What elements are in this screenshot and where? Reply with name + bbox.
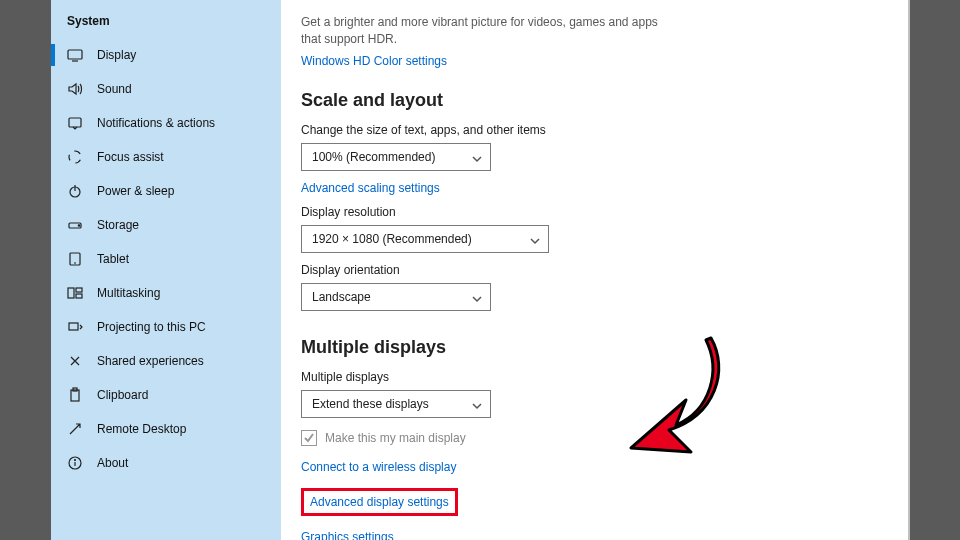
resolution-value: 1920 × 1080 (Recommended) [312,232,472,246]
svg-rect-0 [68,50,82,59]
about-icon [67,455,83,471]
sidebar-item-focus-assist[interactable]: Focus assist [51,140,281,174]
multi-mode-select[interactable]: Extend these displays [301,390,491,418]
multitasking-icon [67,285,83,301]
svg-rect-11 [76,294,82,298]
resolution-label: Display resolution [301,205,885,219]
clipboard-icon [67,387,83,403]
sidebar-item-label: About [97,456,128,470]
orientation-label: Display orientation [301,263,885,277]
projecting-icon [67,319,83,335]
multi-mode-value: Extend these displays [312,397,429,411]
sidebar-item-tablet[interactable]: Tablet [51,242,281,276]
scrollbar[interactable] [908,0,910,540]
sidebar-item-sound[interactable]: Sound [51,72,281,106]
storage-icon [67,217,83,233]
sidebar-item-label: Remote Desktop [97,422,186,436]
sidebar-item-label: Notifications & actions [97,116,215,130]
sidebar-item-projecting[interactable]: Projecting to this PC [51,310,281,344]
advanced-scaling-link[interactable]: Advanced scaling settings [301,181,440,195]
sidebar: System Display Sound Notifications & act… [51,0,281,540]
text-size-select[interactable]: 100% (Recommended) [301,143,491,171]
sidebar-item-label: Shared experiences [97,354,204,368]
hd-color-link[interactable]: Windows HD Color settings [301,54,447,68]
sidebar-item-label: Power & sleep [97,184,174,198]
sidebar-item-multitasking[interactable]: Multitasking [51,276,281,310]
sidebar-item-label: Storage [97,218,139,232]
svg-rect-9 [68,288,74,298]
sidebar-item-about[interactable]: About [51,446,281,480]
checkbox-icon [301,430,317,446]
svg-point-6 [78,225,79,226]
main-display-label: Make this my main display [325,431,466,445]
connect-wireless-link[interactable]: Connect to a wireless display [301,460,456,474]
sidebar-item-power[interactable]: Power & sleep [51,174,281,208]
graphics-settings-link[interactable]: Graphics settings [301,530,394,540]
resolution-select[interactable]: 1920 × 1080 (Recommended) [301,225,549,253]
tablet-icon [67,251,83,267]
sidebar-item-clipboard[interactable]: Clipboard [51,378,281,412]
svg-rect-12 [69,323,78,330]
sidebar-item-label: Sound [97,82,132,96]
hdr-description: Get a brighter and more vibrant picture … [301,14,681,48]
svg-rect-2 [69,118,81,127]
notifications-icon [67,115,83,131]
sidebar-item-label: Clipboard [97,388,148,402]
chevron-down-icon [530,235,540,245]
sidebar-item-label: Tablet [97,252,129,266]
sidebar-item-label: Display [97,48,136,62]
sidebar-item-remote[interactable]: Remote Desktop [51,412,281,446]
sidebar-item-shared[interactable]: Shared experiences [51,344,281,378]
scale-section-title: Scale and layout [301,90,885,111]
sidebar-item-label: Multitasking [97,286,160,300]
power-icon [67,183,83,199]
display-icon [67,47,83,63]
sidebar-item-label: Focus assist [97,150,164,164]
svg-rect-10 [76,288,82,292]
highlight-annotation: Advanced display settings [301,488,458,516]
orientation-value: Landscape [312,290,371,304]
shared-icon [67,353,83,369]
sidebar-item-storage[interactable]: Storage [51,208,281,242]
sidebar-item-notifications[interactable]: Notifications & actions [51,106,281,140]
chevron-down-icon [472,293,482,303]
svg-point-17 [75,460,76,461]
main-display-checkbox-row[interactable]: Make this my main display [301,430,885,446]
focus-icon [67,149,83,165]
advanced-display-link[interactable]: Advanced display settings [310,495,449,509]
svg-rect-13 [71,390,79,401]
content-area: Get a brighter and more vibrant picture … [281,0,909,540]
sidebar-title: System [51,10,281,38]
orientation-select[interactable]: Landscape [301,283,491,311]
multi-mode-label: Multiple displays [301,370,885,384]
sidebar-item-display[interactable]: Display [51,38,281,72]
text-size-value: 100% (Recommended) [312,150,435,164]
chevron-down-icon [472,400,482,410]
chevron-down-icon [472,153,482,163]
sidebar-item-label: Projecting to this PC [97,320,206,334]
sound-icon [67,81,83,97]
remote-icon [67,421,83,437]
settings-window: System Display Sound Notifications & act… [51,0,909,540]
multi-section-title: Multiple displays [301,337,885,358]
text-size-label: Change the size of text, apps, and other… [301,123,885,137]
